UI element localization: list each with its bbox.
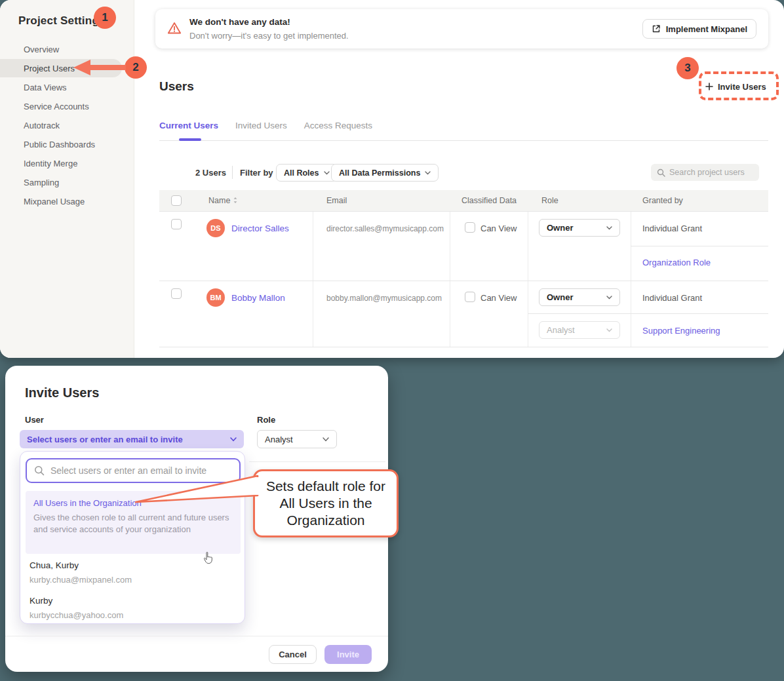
search-icon: [657, 168, 665, 177]
sidebar-item-data-views[interactable]: Data Views: [24, 78, 128, 97]
chevron-down-icon: [606, 226, 612, 230]
invite-users-button[interactable]: Invite Users: [705, 77, 766, 96]
column-header-name[interactable]: Name: [208, 196, 238, 205]
chevron-down-icon: [324, 171, 330, 175]
option-all-users-in-organization[interactable]: All Users in the Organization Gives the …: [26, 491, 241, 554]
chevron-down-icon: [606, 296, 612, 300]
can-view-checkbox[interactable]: [465, 292, 475, 302]
can-view-label: Can View: [480, 224, 517, 233]
callout-bubble: Sets default role for All Users in the O…: [253, 469, 399, 537]
sidebar-item-public-dashboards[interactable]: Public Dashboards: [24, 135, 128, 154]
invite-users-button-label: Invite Users: [718, 82, 766, 92]
callout-text: Sets default role for All Users in the O…: [259, 478, 393, 529]
page-title: Project Settings: [18, 14, 106, 28]
all-roles-filter[interactable]: All Roles: [276, 164, 338, 182]
implement-mixpanel-button[interactable]: Implement Mixpanel: [642, 19, 756, 39]
user-name-link[interactable]: Bobby Mallon: [231, 293, 285, 303]
column-header-email: Email: [326, 196, 347, 205]
option-title: All Users in the Organization: [33, 498, 142, 508]
user-name-link[interactable]: Director Salles: [231, 224, 289, 233]
tab-access-requests[interactable]: Access Requests: [304, 121, 372, 130]
step3-badge: 3: [676, 57, 699, 79]
role-select[interactable]: Owner: [539, 288, 620, 306]
granted-by-value: Individual Grant: [642, 293, 702, 303]
users-section-title: Users: [159, 79, 194, 94]
cancel-button[interactable]: Cancel: [269, 645, 317, 664]
column-header-classified-data: Classified Data: [461, 196, 517, 205]
column-divider: [313, 211, 313, 347]
sidebar-item-service-accounts[interactable]: Service Accounts: [24, 97, 128, 116]
filter-divider: [232, 166, 233, 179]
active-tab-indicator: [179, 138, 201, 141]
plus-icon: [705, 83, 713, 90]
invite-modal-title: Invite Users: [25, 385, 99, 400]
users-tabs: Current Users Invited Users Access Reque…: [159, 121, 372, 130]
search-icon: [34, 465, 45, 476]
sidebar-item-sampling[interactable]: Sampling: [24, 173, 128, 192]
user-search-input[interactable]: [50, 465, 227, 476]
column-divider: [528, 211, 528, 347]
avatar: DS: [206, 219, 225, 237]
option-description: Gives the chosen role to all current and…: [33, 512, 230, 535]
user-select-dropdown[interactable]: Select users or enter an email to invite: [20, 430, 244, 448]
sidebar-item-identity-merge[interactable]: Identity Merge: [24, 154, 128, 173]
search-project-users-input[interactable]: [669, 168, 751, 177]
row-checkbox[interactable]: [171, 288, 182, 299]
user-email: director.salles@mymusicapp.com: [326, 224, 444, 233]
filter-by-label: Filter by: [240, 168, 273, 178]
user-search-box: [26, 458, 241, 483]
external-link-icon: [652, 24, 661, 33]
user-email: bobby.mallon@mymusicapp.com: [326, 294, 442, 303]
role-field-label: Role: [257, 415, 275, 425]
column-divider: [450, 211, 450, 347]
user-count: 2 Users: [195, 168, 226, 178]
sidebar-item-mixpanel-usage[interactable]: Mixpanel Usage: [24, 192, 128, 211]
sidebar-item-overview[interactable]: Overview: [24, 40, 128, 59]
banner-button-label: Implement Mixpanel: [666, 24, 747, 34]
avatar: BM: [206, 288, 225, 307]
option-user-name[interactable]: Kurby: [29, 596, 52, 606]
organization-role-link[interactable]: Organization Role: [642, 258, 711, 267]
subrow-divider: [528, 313, 768, 314]
hand-cursor-icon: [203, 551, 214, 564]
name-header-label: Name: [208, 196, 230, 205]
sidebar: Project Settings Overview Project Users …: [0, 0, 134, 358]
tab-current-users[interactable]: Current Users: [159, 121, 218, 130]
modal-footer-divider: [5, 636, 388, 636]
invite-button[interactable]: Invite: [324, 645, 372, 664]
role-select-dropdown[interactable]: Analyst: [257, 430, 337, 448]
sidebar-item-autotrack[interactable]: Autotrack: [24, 116, 128, 135]
banner-subtitle: Don't worry—it's easy to get implemented…: [189, 31, 349, 41]
role-select[interactable]: Owner: [539, 219, 620, 237]
tabs-divider: [159, 140, 768, 141]
all-data-permissions-filter[interactable]: All Data Permissions: [331, 164, 439, 182]
modal-divider: [249, 461, 385, 462]
tab-invited-users[interactable]: Invited Users: [235, 121, 287, 130]
all-roles-filter-label: All Roles: [284, 168, 319, 178]
secondary-role-select: Analyst: [539, 321, 620, 339]
step1-badge: 1: [94, 7, 116, 29]
role-select-value: Owner: [547, 223, 573, 233]
row-divider: [159, 347, 768, 347]
select-all-checkbox[interactable]: [171, 195, 182, 206]
user-field-label: User: [25, 415, 44, 425]
option-user-email: kurbycchua@yahoo.com: [29, 610, 123, 620]
no-data-banner: We don't have any data! Don't worry—it's…: [155, 9, 768, 49]
support-engineering-link[interactable]: Support Engineering: [642, 326, 720, 336]
user-select-options-panel: All Users in the Organization Gives the …: [20, 451, 245, 624]
users-table: Name Email Classified Data Role Granted …: [159, 190, 768, 347]
step2-arrow-icon: [73, 59, 127, 76]
column-header-role: Role: [541, 196, 559, 205]
search-project-users: [651, 164, 759, 181]
chevron-down-icon: [230, 437, 237, 442]
row-divider: [159, 281, 768, 281]
column-divider: [631, 211, 631, 347]
granted-by-value: Individual Grant: [642, 224, 702, 233]
row-checkbox[interactable]: [171, 219, 182, 229]
option-user-name[interactable]: Chua, Kurby: [29, 560, 79, 570]
row-divider: [159, 211, 768, 212]
option-user-email: kurby.chua@mixpanel.com: [29, 575, 132, 585]
role-select-value: Analyst: [265, 435, 293, 444]
banner-title: We don't have any data!: [189, 17, 290, 27]
can-view-checkbox[interactable]: [465, 222, 475, 233]
